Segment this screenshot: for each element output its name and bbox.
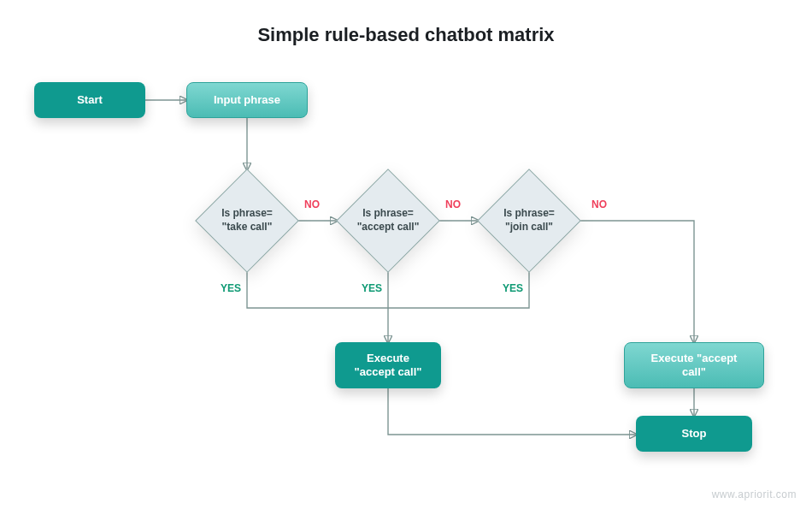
execute-accept-no: Execute "accept call" [624,342,764,388]
decision-accept-call: Is phrase= "accept call" [337,169,439,272]
start-node: Start [34,82,145,118]
execute-accept-yes: Execute "accept call" [335,342,441,388]
input-phrase-node: Input phrase [186,82,308,118]
edge-yes-3: YES [503,282,523,294]
decision-take-call: Is phrase= "take call" [196,169,298,272]
decision-join-call: Is phrase= "join call" [478,169,580,272]
edge-no-2: NO [445,198,461,210]
edge-no-1: NO [304,198,320,210]
edge-no-3: NO [591,198,607,210]
edge-yes-1: YES [221,282,241,294]
decision-accept-call-label: Is phrase= "accept call" [337,169,439,272]
diagram-title: Simple rule-based chatbot matrix [0,24,812,46]
decision-take-call-label: Is phrase= "take call" [196,169,298,272]
stop-node: Stop [636,416,752,452]
decision-join-call-label: Is phrase= "join call" [478,169,580,272]
watermark: www.apriorit.com [712,488,797,500]
edge-yes-2: YES [362,282,382,294]
